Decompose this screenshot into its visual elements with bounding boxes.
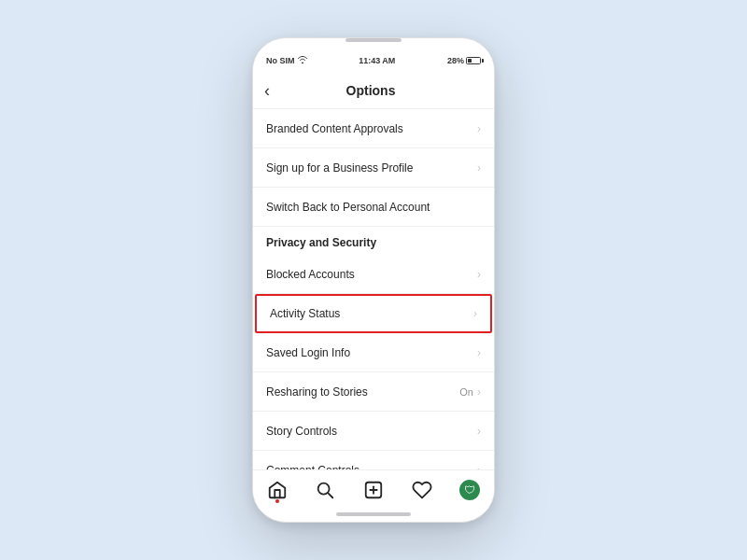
wifi-icon bbox=[298, 56, 307, 65]
tab-home[interactable] bbox=[267, 480, 288, 500]
profile-shield-icon: 🛡 bbox=[464, 483, 475, 497]
chevron-icon: › bbox=[473, 307, 477, 320]
menu-item-label: Story Controls bbox=[266, 425, 337, 438]
chevron-icon: › bbox=[477, 346, 481, 359]
menu-item-comment-controls[interactable]: Comment Controls › bbox=[253, 451, 494, 469]
bottom-indicator bbox=[336, 512, 411, 516]
tab-activity[interactable] bbox=[412, 480, 432, 500]
phone-frame: No SIM 11:43 AM 28% ‹ Options Branded Co… bbox=[252, 37, 495, 523]
menu-item-right: › bbox=[477, 268, 481, 281]
on-label: On bbox=[459, 386, 473, 398]
menu-item-branded-content[interactable]: Branded Content Approvals › bbox=[253, 109, 494, 148]
battery-icon bbox=[466, 57, 481, 64]
menu-item-right: › bbox=[477, 122, 481, 135]
profile-avatar: 🛡 bbox=[459, 480, 480, 500]
chevron-icon: › bbox=[477, 425, 481, 438]
tab-search[interactable] bbox=[315, 480, 335, 500]
status-bar: No SIM 11:43 AM 28% bbox=[253, 46, 494, 72]
top-indicator bbox=[345, 38, 402, 42]
menu-item-right: On › bbox=[459, 385, 481, 399]
privacy-section-header: Privacy and Security bbox=[253, 227, 494, 255]
menu-item-story-controls[interactable]: Story Controls › bbox=[253, 412, 494, 451]
menu-item-saved-login[interactable]: Saved Login Info › bbox=[253, 333, 494, 372]
menu-item-right: › bbox=[473, 307, 477, 320]
home-active-dot bbox=[275, 499, 279, 503]
search-icon bbox=[315, 480, 335, 500]
heart-icon bbox=[412, 480, 432, 500]
menu-item-right: › bbox=[477, 346, 481, 359]
carrier-wifi: No SIM bbox=[266, 56, 307, 65]
battery-indicator: 28% bbox=[447, 56, 481, 65]
menu-item-personal-account[interactable]: Switch Back to Personal Account bbox=[253, 188, 494, 227]
tab-profile[interactable]: 🛡 bbox=[459, 480, 480, 500]
home-icon bbox=[267, 480, 288, 500]
menu-item-label: Sign up for a Business Profile bbox=[266, 161, 413, 175]
carrier-text: No SIM bbox=[266, 56, 295, 65]
chevron-icon: › bbox=[477, 385, 481, 399]
menu-item-label: Activity Status bbox=[270, 307, 340, 320]
menu-item-blocked-accounts[interactable]: Blocked Accounts › bbox=[253, 255, 494, 294]
menu-item-label: Switch Back to Personal Account bbox=[266, 201, 430, 214]
battery-percentage: 28% bbox=[447, 56, 464, 65]
menu-item-activity-status[interactable]: Activity Status › bbox=[255, 294, 492, 333]
content-area: Branded Content Approvals › Sign up for … bbox=[253, 109, 494, 469]
svg-line-1 bbox=[329, 493, 333, 497]
back-button[interactable]: ‹ bbox=[264, 82, 270, 99]
menu-item-label: Blocked Accounts bbox=[266, 268, 355, 281]
tab-bar: 🛡 bbox=[253, 469, 494, 512]
chevron-icon: › bbox=[477, 268, 481, 281]
menu-item-right: › bbox=[477, 161, 481, 175]
tab-add[interactable] bbox=[363, 480, 384, 500]
time-display: 11:43 AM bbox=[359, 56, 395, 65]
chevron-icon: › bbox=[477, 122, 481, 135]
menu-item-resharing[interactable]: Resharing to Stories On › bbox=[253, 372, 494, 412]
menu-item-business-profile[interactable]: Sign up for a Business Profile › bbox=[253, 148, 494, 188]
menu-item-label: Saved Login Info bbox=[266, 346, 350, 359]
menu-item-label: Branded Content Approvals bbox=[266, 122, 403, 135]
page-title: Options bbox=[277, 83, 464, 98]
menu-item-right: › bbox=[477, 425, 481, 438]
add-icon bbox=[363, 480, 384, 500]
menu-item-label: Resharing to Stories bbox=[266, 385, 368, 399]
nav-bar: ‹ Options bbox=[253, 72, 494, 109]
chevron-icon: › bbox=[477, 161, 481, 175]
